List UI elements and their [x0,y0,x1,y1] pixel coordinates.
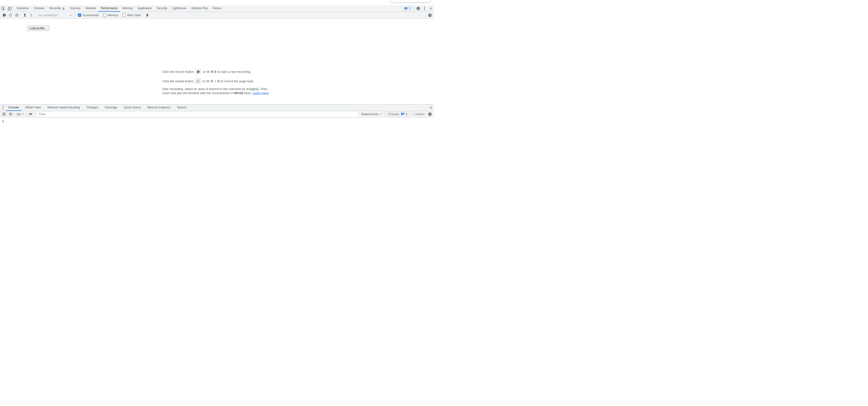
divider [26,112,27,116]
issues-bubble-icon [404,7,408,10]
load-profile-button[interactable] [22,12,28,18]
reload-and-record-button[interactable] [7,12,13,18]
console-prompt[interactable] [2,119,4,124]
console-toolbar: top ▼ Default levels ▼ 3 Issues: [0,111,434,117]
record-instruction: Click the record button or hit ⌘ E to st… [162,69,272,74]
browser-popup-fragment [390,0,431,2]
download-icon [29,13,33,17]
divider [21,13,21,17]
drawer-tab-coverage[interactable]: Coverage [102,104,120,111]
tab-network[interactable]: Network [83,5,98,11]
memory-checkbox[interactable]: Memory [103,13,118,17]
close-icon: × [430,105,432,110]
drawer-tab-whats-new[interactable]: What's New [23,104,43,111]
console-settings-button[interactable] [427,111,433,117]
record-icon [197,70,199,73]
tab-elements[interactable]: Elements [14,5,31,11]
experiment-flask-icon [62,7,65,10]
checkbox-unchecked-icon [123,13,126,17]
inspect-cursor-icon [1,6,5,11]
console-prompt-chevron-icon [2,120,4,123]
device-toolbar-icon [7,6,11,11]
console-sidebar-toggle-button[interactable] [1,111,7,117]
log-levels-dropdown[interactable]: Default levels ▼ [360,112,383,116]
divider [384,112,384,116]
performance-toolbar: (no recordings) ▼ Screenshots Memory Web… [0,12,434,19]
gear-icon [428,112,432,116]
checkbox-checked-icon [78,13,81,17]
recordings-select[interactable]: (no recordings) ▼ [37,12,73,18]
divider [414,7,414,10]
reload-button-illustration [195,78,200,84]
record-icon [3,13,6,17]
capture-settings-button[interactable] [427,12,433,18]
tab-lighthouse[interactable]: Lighthouse [170,5,189,11]
tab-adblock-plus[interactable]: Adblock Plus [189,5,210,11]
tab-console[interactable]: Console [31,5,47,11]
tab-sources[interactable]: Sources [67,5,83,11]
show-sidebar-icon [2,112,6,116]
block-icon [9,112,12,116]
gear-icon [416,6,420,10]
main-tabbar: Elements Console Recorder Sources Networ… [0,5,434,12]
tab-redux[interactable]: Redux [211,5,224,11]
drawer-more-tools-button[interactable] [0,104,6,111]
execution-context-selector[interactable]: top ▼ [15,112,26,116]
empty-state-instructions: Click the record button or hit ⌘ E to st… [162,69,272,95]
divider [34,112,35,116]
tab-recorder[interactable]: Recorder [47,5,67,11]
close-drawer-button[interactable]: × [428,105,434,110]
close-devtools-button[interactable]: × [428,6,434,11]
drawer-tab-quick-source[interactable]: Quick source [121,104,143,111]
settings-button[interactable] [415,6,422,10]
drawer-tab-changes[interactable]: Changes [84,104,100,111]
save-profile-button[interactable] [28,12,34,18]
devtools-window: Elements Console Recorder Sources Networ… [0,0,434,203]
close-icon: × [430,6,432,11]
issues-count: 3 [405,112,407,116]
drawer-tab-search[interactable]: Search [175,104,189,111]
chevron-down-icon: ▼ [22,113,24,115]
key-e: E [214,70,217,73]
more-options-button[interactable] [422,6,428,10]
clear-button[interactable] [13,12,20,18]
chevron-down-icon: ▼ [380,113,382,115]
kebab-menu-icon [2,106,3,110]
tab-performance[interactable]: Performance [98,5,120,11]
reload-instruction: Click the reload button or hit ⌘ ⇧ E to … [162,78,272,84]
issues-counter-button[interactable]: 3 [402,6,412,11]
screenshots-checkbox[interactable]: Screenshots [78,13,99,17]
reload-icon [9,13,12,17]
reload-icon [196,79,199,83]
drawer-tab-network-request-blocking[interactable]: Network request blocking [45,104,83,111]
create-live-expression-button[interactable] [27,111,34,117]
divider [411,112,411,116]
cmd-key-glyph: ⌘ [211,70,214,73]
record-button[interactable] [1,12,7,18]
key-e: E [218,79,220,83]
gc-button[interactable] [144,12,150,18]
inspect-element-button[interactable] [0,5,6,11]
drawer-tab-memory-inspector[interactable]: Memory Inspector [145,104,173,111]
console-filter-input[interactable] [37,111,358,116]
drawer-tab-console[interactable]: Console [6,104,21,111]
usage-hint: After recording, select an area of inter… [162,87,272,95]
divider [75,13,75,17]
tab-application[interactable]: Application [135,5,155,11]
device-toolbar-button[interactable] [6,5,12,11]
shift-key-glyph: ⇧ [214,79,217,83]
cmd-key-glyph: ⌘ [210,79,213,83]
issues-count: 3 [409,7,410,10]
console-messages-area[interactable] [0,117,434,203]
eye-icon [29,112,32,116]
learn-more-link[interactable]: Learn more [253,91,269,95]
tab-memory[interactable]: Memory [120,5,135,11]
web-vitals-checkbox[interactable]: Web Vitals [123,13,141,17]
console-issues-button[interactable]: 3 Issues: 3 [386,112,409,116]
divider [14,112,14,116]
clear-console-button[interactable] [7,111,13,117]
tab-security[interactable]: Security [154,5,169,11]
performance-panel: Click the record button or hit ⌘ E to st… [0,19,434,104]
issues-bubble-icon [401,112,404,116]
record-button-illustration [195,69,201,74]
